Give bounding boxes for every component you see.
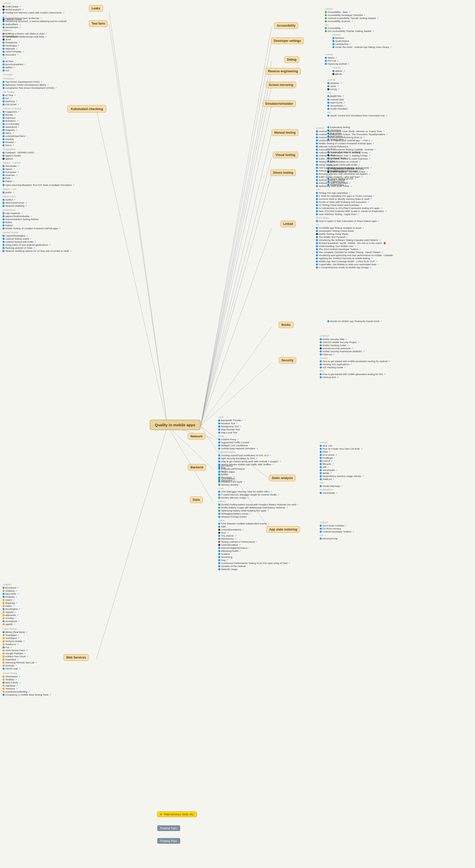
- ac-m2: appiumTestDistribution↗: [3, 215, 75, 218]
- ac-item-3: Robolectric↗: [3, 41, 75, 44]
- svg-line-5: [201, 105, 271, 426]
- ac-au12: Zerco↗: [3, 144, 75, 147]
- ws-ct12: pCloudy↗: [3, 664, 51, 667]
- stats-sp9: MarcoPologperformance↗: [218, 547, 299, 549]
- net-item-5: Map Local Tool: [218, 431, 281, 434]
- sec-item-11: HHoIUp-iOS↗: [320, 376, 390, 379]
- ws-cr6: crowdsourcedtesting↗: [3, 690, 51, 693]
- sa-item-10: detekt↗: [320, 472, 364, 474]
- ws-ct6: Fus↗: [3, 646, 51, 649]
- category-screen-mirror[interactable]: Screen mirroring: [266, 82, 296, 88]
- sa-item-12: SwiftLint↗: [320, 478, 364, 480]
- ac-ha5: Fork↗: [3, 177, 75, 180]
- net-item-11: A&B Security Exception to VPN↗: [218, 457, 281, 460]
- svg-line-0: [201, 27, 271, 426]
- sa-item-2: How To Create Your Own Lint Rule↗: [320, 447, 364, 450]
- as-item-1: Don't Keep Activities↗: [320, 524, 354, 527]
- category-emulator[interactable]: Emulator/simulator: [263, 100, 296, 107]
- ac-m6: Mobile Testing of Location Powered Andro…: [3, 227, 75, 230]
- stats-sp13: Hug↗: [218, 559, 299, 561]
- lnk-r1: How to Apply CI Test Automation in React…: [316, 220, 393, 222]
- ws-ct10: Experitest↗: [3, 658, 51, 661]
- as-item-4: MemoryPump: [320, 537, 354, 540]
- floating-topic-2: Floating Topic: [157, 838, 180, 844]
- category-stress-testing[interactable]: Stress testing: [270, 169, 296, 176]
- sm-item-3: scrcpy↗: [327, 88, 344, 91]
- category-accessibility[interactable]: Accessibility: [274, 22, 298, 29]
- svg-line-9: [201, 228, 271, 426]
- category-app-state[interactable]: App state restoring: [266, 526, 300, 533]
- category-stats[interactable]: Stats: [190, 497, 203, 503]
- category-linked[interactable]: Linked: [280, 221, 296, 227]
- category-web-services[interactable]: Web Services: [63, 654, 89, 661]
- category-debug[interactable]: Debug: [284, 56, 299, 63]
- sa-item-7: lifecycle↗: [320, 463, 364, 465]
- em-item-1: Android SDK: [327, 98, 387, 101]
- stats-group: CPU CPU Monitor Measure CPU cycle↗ Memor…: [218, 474, 299, 571]
- ac-s1: SwiftUI↗: [3, 198, 75, 201]
- category-manual-testing[interactable]: Manual testing: [271, 129, 298, 136]
- ac-t3: Acceptance Test Driven Development (ATDD…: [3, 87, 75, 89]
- category-static-analysis[interactable]: Static analysis: [269, 475, 296, 481]
- ac-t2: Behaviour Driven Development (BDD)↗: [3, 84, 75, 86]
- screen-mirror-group: Android Mobizen↗ Vysor↗ scrcpy↗ iOS Quic…: [327, 79, 344, 98]
- category-dev-settings[interactable]: Developer settings: [271, 37, 304, 44]
- stats-sp12: Monitoring: [218, 556, 299, 558]
- ac-item-9: jacorziverywhere↗: [3, 63, 75, 66]
- ws-cr3: Beta Family↗: [3, 681, 51, 684]
- ac-t1: Test Driven Development (TDD)↗: [3, 81, 75, 83]
- ws-ct13: robotic.mail↗: [3, 667, 51, 670]
- stats-sp7: Testing Android UI Performance↗: [218, 540, 299, 543]
- category-books[interactable]: Books: [278, 321, 294, 328]
- sa-item-3: PMD↗: [320, 451, 364, 453]
- static-analysis-group: Android SDK Lint How To Create Your Own …: [320, 441, 364, 494]
- stats-sp1: Time between multiple independent events…: [218, 522, 299, 525]
- ac-au6: Selendroid↗: [3, 126, 75, 128]
- sa-item-4: error-prone↗: [320, 454, 364, 456]
- svg-line-18: [168, 426, 213, 469]
- sm-item-2: Vysor↗: [327, 85, 344, 88]
- ac-mp3: appium: [3, 157, 75, 160]
- category-network[interactable]: Network: [188, 433, 205, 440]
- ws-ct11: Samsung Remote Test Lab↗: [3, 661, 51, 664]
- lnk-a11: Testing in-app purchases on Android↗: [316, 160, 393, 163]
- stats-ram1: JVM Debugger Memory View for IntelliJ ID…: [218, 490, 299, 493]
- center-node: Quality in mobile apps: [150, 420, 201, 430]
- sm-item-1: Mobizen↗: [327, 82, 344, 85]
- lnk-a9: Android UI Automation: Part 2, Making it…: [316, 154, 393, 157]
- em-item-3: Genymotion↗: [327, 104, 387, 107]
- acc-item-5: Accessibility↗: [325, 27, 379, 29]
- ac-at2: Android Testing Guide↗: [3, 237, 75, 240]
- category-visual-testing[interactable]: Visual testing: [273, 152, 298, 158]
- svg-line-14: [109, 11, 168, 426]
- ws-an4: Firebase↗: [3, 595, 51, 598]
- ws-ct2: TestObject↗: [3, 634, 51, 637]
- ac-au2: Barista↗: [3, 113, 75, 116]
- category-leaks[interactable]: Leaks: [89, 5, 103, 12]
- ac-s2: XBFUITestTunnel↗: [3, 202, 75, 204]
- dev-item-2: QualmNative: [332, 39, 392, 42]
- sa-item-14: SonarQube↗: [320, 491, 364, 494]
- ws-an3: New Relic↗: [3, 592, 51, 595]
- lk-item-2: WorkCanaryFx↗: [3, 8, 65, 11]
- category-test-farm[interactable]: Test farm: [89, 20, 108, 27]
- category-automated-checking[interactable]: Automated checking: [67, 105, 106, 113]
- debug-group: Android Stetho↗ PID Cat↗ HyperLog-androi…: [325, 53, 350, 65]
- stats-sp16: Network Usage: [218, 568, 299, 570]
- lnk-a8: Android UI Automation: Part 1, Building …: [316, 151, 393, 154]
- svg-line-10: [201, 327, 271, 426]
- acc-item-2: Accessibility Developer Checklist↗: [325, 14, 379, 17]
- category-reverse-eng[interactable]: Reverse engineering: [265, 68, 301, 74]
- lnk-all3: Mobile Testing Cheat Sheet: [316, 232, 393, 235]
- be-item-3: Health status: [218, 470, 245, 473]
- ws-an1: Dynatrace↗: [3, 586, 51, 589]
- stats-ram2: A useful Memory debugger plugin for Andr…: [218, 493, 299, 496]
- as-item-3: Android Developer Toolbox↗: [320, 530, 354, 533]
- stats-sp14: Continuous Performance Testing of an iOS…: [218, 562, 299, 564]
- lnk-all9: The complete Checklist for Mobile Testin…: [316, 251, 393, 254]
- ac-ha1: Test Butler↗: [3, 164, 75, 167]
- ws-cr5: Testomni↗: [3, 687, 51, 690]
- category-security[interactable]: Security: [278, 357, 296, 364]
- debug-item-1: Stetho↗: [325, 56, 350, 59]
- category-backend[interactable]: Backend: [188, 464, 206, 471]
